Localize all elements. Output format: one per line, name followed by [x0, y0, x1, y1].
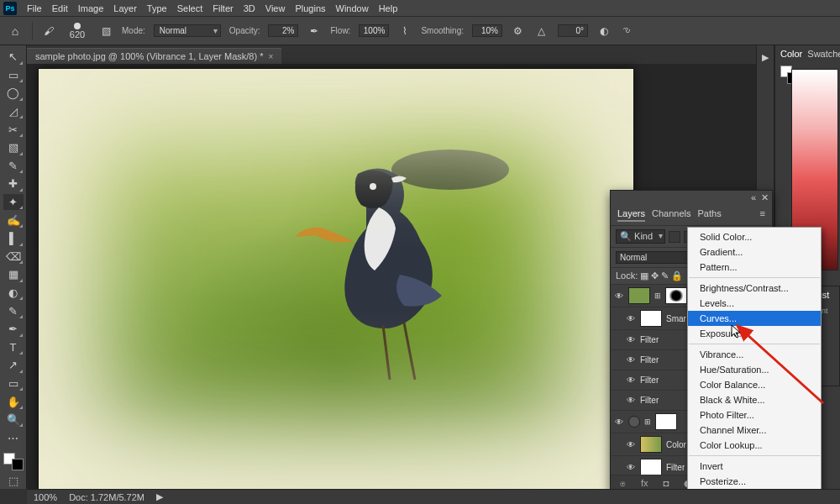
move-tool[interactable]: ↖ [3, 49, 24, 66]
menu-channel-mixer[interactable]: Channel Mixer... [688, 423, 821, 438]
visibility-icon[interactable]: 👁 [626, 463, 636, 472]
brush-tool[interactable]: ✦ [3, 194, 24, 211]
filter-pixel-icon[interactable] [669, 231, 680, 243]
quick-select-tool[interactable]: ◿ [3, 103, 24, 120]
menu-black-white[interactable]: Black & White... [688, 392, 821, 407]
menu-view[interactable]: View [260, 2, 291, 15]
canvas[interactable] [39, 69, 633, 489]
home-icon[interactable]: ⌂ [7, 23, 24, 39]
zoom-level[interactable]: 100% [34, 492, 57, 502]
close-tab-icon[interactable]: × [268, 52, 273, 61]
visibility-icon[interactable]: 👁 [626, 396, 636, 405]
menu-brightness-contrast[interactable]: Brightness/Contrast... [688, 281, 821, 296]
healing-tool[interactable]: ✚ [3, 176, 24, 192]
menu-curves[interactable]: Curves... [688, 311, 821, 326]
marquee-tool[interactable]: ▭ [3, 67, 24, 84]
shape-tool[interactable]: ▭ [3, 375, 24, 392]
menu-window[interactable]: Window [331, 2, 374, 15]
menu-pattern[interactable]: Pattern... [688, 260, 821, 275]
menu-layer[interactable]: Layer [108, 2, 142, 15]
menu-solid-color[interactable]: Solid Color... [688, 229, 821, 244]
quickmask-toggle[interactable]: ⬚ [3, 472, 24, 489]
opacity-value[interactable]: 2% [268, 24, 298, 37]
play-icon[interactable]: ▶ [762, 52, 769, 63]
lock-all-icon[interactable]: 🔒 [671, 270, 683, 281]
path-select-tool[interactable]: ↗ [3, 357, 24, 374]
pressure-size-icon[interactable]: ◐ [596, 24, 612, 39]
visibility-icon[interactable]: 👁 [614, 417, 624, 427]
swatches-tab[interactable]: Swatches [807, 49, 840, 59]
menu-levels[interactable]: Levels... [688, 296, 821, 311]
menu-filter[interactable]: Filter [207, 2, 238, 15]
pen-tool[interactable]: ✒ [3, 321, 24, 338]
menu-posterize[interactable]: Posterize... [688, 474, 821, 489]
layer-thumb [640, 436, 662, 453]
panel-collapse-icon[interactable]: « [751, 192, 756, 203]
doc-size[interactable]: Doc: 1.72M/5.72M [69, 492, 144, 502]
visibility-icon[interactable]: 👁 [626, 335, 636, 344]
panel-menu-icon[interactable]: ≡ [760, 208, 765, 222]
airbrush-icon[interactable]: ⌇ [397, 24, 412, 39]
history-brush-tool[interactable]: ▌ [3, 230, 24, 247]
opacity-pressure-icon[interactable]: ✒ [307, 24, 322, 39]
visibility-icon[interactable]: 👁 [614, 291, 624, 301]
layer-filter-kind[interactable]: 🔍 Kind [616, 229, 665, 244]
menu-exposure[interactable]: Exposure... [688, 326, 821, 341]
eraser-tool[interactable]: ⌫ [3, 249, 24, 265]
lock-paint-icon[interactable]: ✎ [661, 270, 669, 281]
menu-type[interactable]: Type [142, 2, 172, 15]
menu-file[interactable]: File [22, 2, 47, 15]
eyedropper-tool[interactable]: ✎ [3, 158, 24, 175]
brush-preview[interactable]: 620 [65, 22, 90, 40]
menu-select[interactable]: Select [172, 2, 208, 15]
tool-preset-icon[interactable]: 🖌 [41, 24, 56, 39]
lock-position-icon[interactable]: ✥ [651, 270, 659, 281]
angle-value[interactable]: 0° [558, 24, 588, 37]
type-tool[interactable]: T [3, 339, 24, 356]
document-tab[interactable]: sample photo.jpg @ 100% (Vibrance 1, Lay… [27, 48, 281, 64]
channels-tab[interactable]: Channels [652, 208, 690, 222]
menu-color-balance[interactable]: Color Balance... [688, 377, 821, 392]
lock-pixels-icon[interactable]: ▦ [640, 270, 648, 281]
edit-toolbar[interactable]: ⋯ [3, 429, 24, 446]
menu-edit[interactable]: Edit [47, 2, 73, 15]
layers-tab[interactable]: Layers [617, 208, 645, 222]
menu-3d[interactable]: 3D [239, 2, 260, 15]
flow-value[interactable]: 100% [359, 24, 389, 37]
blur-tool[interactable]: ◐ [3, 285, 24, 302]
visibility-icon[interactable]: 👁 [626, 440, 636, 449]
menu-image[interactable]: Image [73, 2, 109, 15]
crop-tool[interactable]: ✂ [3, 121, 24, 138]
menu-photo-filter[interactable]: Photo Filter... [688, 407, 821, 423]
menu-invert[interactable]: Invert [688, 459, 821, 474]
stamp-tool[interactable]: ✍ [3, 212, 24, 228]
gradient-tool[interactable]: ▦ [3, 266, 24, 283]
smoothing-value[interactable]: 10% [472, 24, 502, 37]
fg-bg-colors[interactable] [3, 453, 24, 470]
blend-mode-select[interactable]: Normal [154, 24, 221, 37]
paths-tab[interactable]: Paths [698, 208, 722, 222]
visibility-icon[interactable]: 👁 [626, 314, 636, 323]
menu-plugins[interactable]: Plugins [290, 2, 330, 15]
color-tab[interactable]: Color [780, 49, 802, 59]
add-mask-icon[interactable]: ◘ [663, 478, 669, 489]
zoom-tool[interactable]: 🔍 [3, 412, 24, 428]
status-arrow-icon[interactable]: ▶ [156, 491, 163, 502]
menu-help[interactable]: Help [374, 2, 403, 15]
menu-hue-saturation[interactable]: Hue/Saturation... [688, 362, 821, 377]
smoothing-gear-icon[interactable]: ⚙ [511, 24, 526, 39]
menu-vibrance[interactable]: Vibrance... [688, 347, 821, 362]
link-layers-icon[interactable]: ⍟ [620, 478, 626, 489]
symmetry-icon[interactable]: ఌ [620, 24, 635, 39]
menu-color-lookup[interactable]: Color Lookup... [688, 438, 821, 453]
frame-tool[interactable]: ▧ [3, 139, 24, 156]
brush-panel-icon[interactable]: ▧ [98, 24, 113, 39]
lasso-tool[interactable]: ◯ [3, 85, 24, 102]
visibility-icon[interactable]: 👁 [626, 355, 636, 365]
hand-tool[interactable]: ✋ [3, 393, 24, 410]
layer-fx-icon[interactable]: fx [641, 478, 648, 489]
dodge-tool[interactable]: ✎ [3, 302, 24, 319]
visibility-icon[interactable]: 👁 [626, 375, 636, 385]
menu-gradient[interactable]: Gradient... [688, 244, 821, 260]
panel-close-icon[interactable]: ✕ [761, 192, 769, 203]
